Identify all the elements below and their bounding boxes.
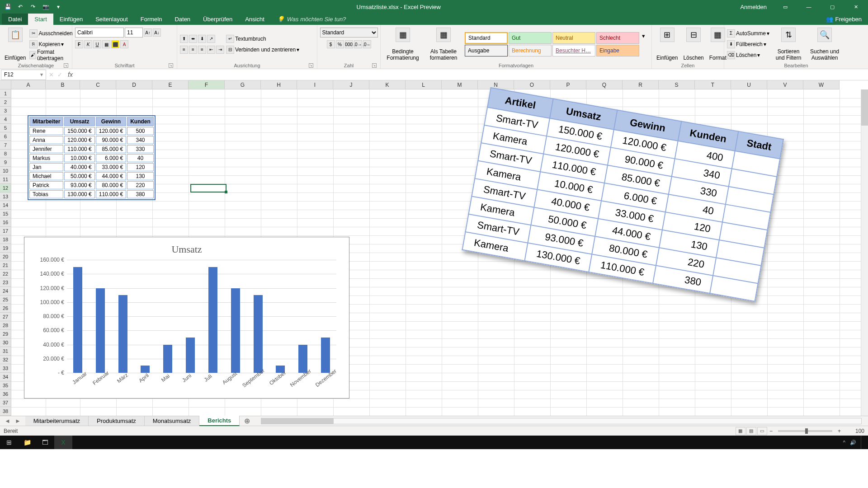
align-bottom-icon[interactable]: ⬇ (198, 35, 206, 43)
number-format-select[interactable]: Standard (320, 28, 378, 38)
column-headers[interactable]: ABCDEFGHIJKLMNOPQRSTUVW (0, 80, 840, 89)
row-header-11[interactable]: 11 (0, 175, 11, 184)
chart-umsatz[interactable]: Umsatz 160.000 €140.000 €120.000 €100.00… (24, 237, 349, 399)
styles-more-icon[interactable]: ▾ (642, 33, 645, 56)
tab-einfuegen[interactable]: Einfügen (53, 14, 89, 25)
insert-cells-button[interactable]: ⊞Einfügen (655, 27, 679, 62)
delete-cells-button[interactable]: ⊟Löschen (681, 27, 705, 62)
select-all-corner[interactable] (0, 80, 11, 89)
fx-icon[interactable]: fx (64, 71, 76, 78)
share-button[interactable]: 👥Freigeben (820, 14, 868, 25)
row-header-26[interactable]: 26 (0, 304, 11, 313)
ribbon-options-icon[interactable]: ▭ (775, 0, 796, 14)
row-header-17[interactable]: 17 (0, 227, 11, 235)
next-sheet-icon[interactable]: ► (15, 418, 21, 424)
style-schlecht[interactable]: Schlecht (596, 32, 639, 44)
row-header-19[interactable]: 19 (0, 244, 11, 253)
row-header-12[interactable]: 12 (0, 184, 11, 192)
style-besuchter[interactable]: Besuchter H… (552, 45, 595, 56)
align-center-icon[interactable]: ≡ (189, 46, 197, 54)
quick-paint-icon[interactable]: 📷 (42, 3, 50, 11)
maximize-button[interactable]: ▢ (822, 0, 843, 14)
col-header-R[interactable]: R (623, 80, 659, 89)
minimize-button[interactable]: — (798, 0, 819, 14)
paste-button[interactable]: 📋 Einfügen (3, 27, 28, 62)
underline-icon[interactable]: U (93, 40, 101, 48)
sound-icon[interactable]: 🔊 (850, 440, 856, 446)
prev-sheet-icon[interactable]: ◄ (5, 418, 10, 424)
style-berechnung[interactable]: Berechnung (509, 45, 552, 56)
col-header-W[interactable]: W (803, 80, 840, 89)
system-tray[interactable]: ^ 🔊 (843, 436, 868, 449)
sheet-tab-monatsumsatz[interactable]: Monatsumsatz (145, 416, 200, 426)
zoom-out-icon[interactable]: − (768, 428, 774, 434)
style-ausgabe[interactable]: Ausgabe (465, 45, 508, 56)
col-header-F[interactable]: F (189, 80, 225, 89)
font-size-input[interactable] (125, 28, 143, 38)
clear-button[interactable]: ⌫Löschen ▾ (727, 50, 769, 60)
row-header-24[interactable]: 24 (0, 287, 11, 296)
tab-seitenlayout[interactable]: Seitenlayout (89, 14, 134, 25)
col-header-U[interactable]: U (731, 80, 767, 89)
row-header-23[interactable]: 23 (0, 278, 11, 287)
undo-icon[interactable]: ↶ (16, 3, 24, 11)
increase-font-icon[interactable]: A↑ (144, 28, 152, 37)
conditional-formatting-button[interactable]: ▦Bedingte Formatierung (383, 27, 422, 62)
merge-center-button[interactable]: ⊟Verbinden und zentrieren ▾ (226, 45, 299, 55)
row-header-10[interactable]: 10 (0, 167, 11, 175)
dialog-launcher-icon[interactable]: ↘ (372, 63, 377, 68)
find-select-button[interactable]: 🔍Suchen und Auswählen (807, 27, 842, 62)
col-header-L[interactable]: L (406, 80, 442, 89)
row-header-6[interactable]: 6 (0, 132, 11, 141)
active-cell[interactable] (190, 184, 226, 192)
row-header-37[interactable]: 37 (0, 399, 11, 407)
tab-ueberpruefen[interactable]: Überprüfen (197, 14, 239, 25)
border-icon[interactable]: ▦ (102, 40, 110, 48)
fill-color-icon[interactable]: ⬛ (111, 40, 119, 48)
page-break-icon[interactable]: ▭ (757, 427, 767, 435)
row-header-8[interactable]: 8 (0, 150, 11, 158)
indent-decrease-icon[interactable]: ⇤ (207, 46, 215, 54)
col-header-M[interactable]: M (442, 80, 478, 89)
align-right-icon[interactable]: ≡ (198, 46, 206, 54)
redo-icon[interactable]: ↷ (29, 3, 37, 11)
row-header-16[interactable]: 16 (0, 218, 11, 227)
show-desktop[interactable] (861, 436, 863, 449)
row-header-34[interactable]: 34 (0, 373, 11, 381)
tab-start[interactable]: Start (28, 14, 53, 25)
increase-decimal-icon[interactable]: .0→ (354, 40, 362, 48)
sheet-nav[interactable]: ◄► (0, 418, 25, 424)
style-eingabe[interactable]: Eingabe (596, 45, 639, 56)
formula-input[interactable] (76, 70, 868, 80)
style-standard[interactable]: Standard (465, 32, 508, 44)
name-box[interactable]: F12 ▾ (1, 70, 46, 80)
vertical-scrollbar[interactable] (861, 89, 868, 416)
align-middle-icon[interactable]: ⬌ (189, 35, 197, 43)
zoom-slider[interactable] (778, 430, 832, 432)
sheet-tab-mitarbeiterumsatz[interactable]: Mitarbeiterumsatz (25, 416, 89, 426)
horizontal-scrollbar[interactable] (261, 418, 862, 424)
font-family-input[interactable] (75, 28, 124, 38)
tray-up-icon[interactable]: ^ (843, 440, 845, 445)
col-header-O[interactable]: O (514, 80, 550, 89)
autosum-button[interactable]: ΣAutoSumme ▾ (727, 28, 769, 38)
col-header-Q[interactable]: Q (586, 80, 623, 89)
align-top-icon[interactable]: ⬆ (180, 35, 188, 43)
close-button[interactable]: ✕ (845, 0, 866, 14)
style-gut[interactable]: Gut (509, 32, 552, 44)
indent-increase-icon[interactable]: ⇥ (216, 46, 224, 54)
row-header-5[interactable]: 5 (0, 124, 11, 132)
row-header-25[interactable]: 25 (0, 296, 11, 304)
zoom-level[interactable]: 100 (843, 428, 864, 434)
sheet-tab-produktumsatz[interactable]: Produktumsatz (89, 416, 145, 426)
page-layout-icon[interactable]: ▤ (746, 427, 756, 435)
row-headers[interactable]: 1234567891011121314151617181920212223242… (0, 89, 11, 416)
col-header-K[interactable]: K (369, 80, 406, 89)
excel-taskbar-icon[interactable]: X (54, 436, 72, 449)
row-header-33[interactable]: 33 (0, 364, 11, 373)
row-header-3[interactable]: 3 (0, 107, 11, 115)
col-header-A[interactable]: A (11, 80, 46, 89)
col-header-T[interactable]: T (695, 80, 731, 89)
row-header-30[interactable]: 30 (0, 338, 11, 347)
tab-datei[interactable]: Datei (2, 14, 28, 25)
